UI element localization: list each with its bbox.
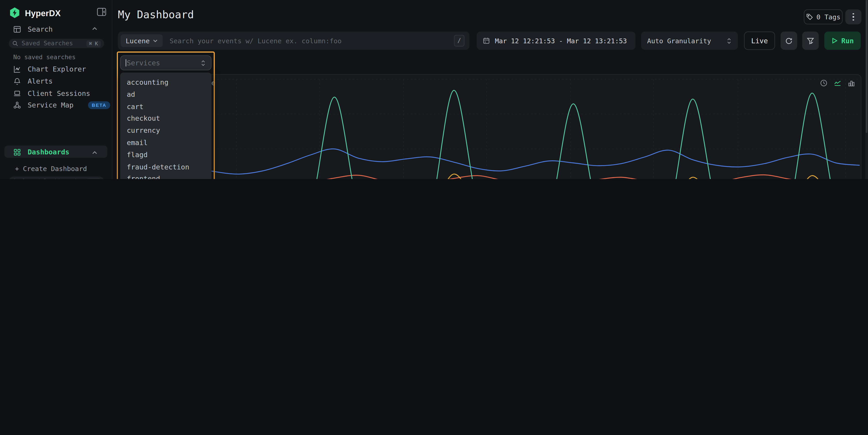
chevron-up-icon[interactable] <box>92 26 97 31</box>
search-icon <box>12 178 18 179</box>
filter-funnel-icon <box>807 37 814 44</box>
sidebar: HyperDX Search Saved Searches ⌘ K No sav… <box>0 0 113 179</box>
sidebar-item-label: Client Sessions <box>28 89 90 97</box>
scrollbar-thumb[interactable] <box>866 0 867 133</box>
search-input[interactable]: Search your events w/ Lucene ex. column:… <box>169 37 454 44</box>
beta-badge: BETA <box>88 101 111 109</box>
lucene-language-select[interactable]: Lucene <box>121 34 163 47</box>
tag-icon <box>806 13 813 21</box>
latency-chart-panel: P95 latency by service 0Mar 12 12:21:00 … <box>122 74 861 179</box>
sidebar-item-label: Alerts <box>28 77 53 85</box>
date-range-picker[interactable]: Mar 12 12:21:53 - Mar 12 13:21:53 <box>476 32 636 50</box>
unfold-icon <box>200 59 206 66</box>
sidebar-item-dashboards-label[interactable]: Dashboards <box>13 148 69 156</box>
search-results-icon <box>13 25 21 33</box>
sidebar-item-service-map[interactable]: Service Map BETA <box>13 101 110 109</box>
granularity-select[interactable]: Auto Granularity <box>641 32 738 50</box>
laptop-icon <box>13 90 21 97</box>
services-select-input[interactable]: Services <box>120 55 212 70</box>
latency-chart[interactable]: 0Mar 12 12:21:00 PM12:29:00 PM12:36:00 P… <box>122 75 862 179</box>
option-checkout[interactable]: checkout <box>120 113 212 125</box>
option-fraud-detection[interactable]: fraud-detection <box>120 161 212 173</box>
option-ad[interactable]: ad <box>120 88 212 100</box>
time-settings-icon[interactable] <box>820 79 828 87</box>
live-button[interactable]: Live <box>744 32 775 50</box>
more-options-button[interactable] <box>845 9 861 24</box>
kebab-icon <box>853 12 854 22</box>
create-dashboard-button[interactable]: + Create Dashboard <box>15 165 87 173</box>
play-icon <box>831 38 837 44</box>
saved-dashboards-placeholder: Saved Dashboards <box>22 178 83 179</box>
page-scrollbar[interactable] <box>865 0 868 179</box>
sidebar-item-alerts[interactable]: Alerts <box>13 77 53 85</box>
logo[interactable]: HyperDX <box>9 7 61 19</box>
services-placeholder: Services <box>127 59 200 67</box>
option-frontend[interactable]: frontend <box>120 173 212 179</box>
app-title: HyperDX <box>25 8 61 17</box>
sidebar-item-label: Chart Explorer <box>28 65 86 73</box>
filter-button[interactable] <box>802 32 819 50</box>
chart-explorer-icon <box>13 65 21 73</box>
search-icon <box>12 40 18 46</box>
sidebar-item-search[interactable]: Search <box>13 25 53 33</box>
option-accounting[interactable]: accounting <box>120 76 212 89</box>
chevron-up-icon[interactable] <box>92 150 97 156</box>
refresh-icon <box>785 37 793 44</box>
chevron-down-icon <box>153 38 158 43</box>
option-flagd[interactable]: flagd <box>120 149 212 161</box>
sidebar-item-label: Search <box>28 25 53 33</box>
tags-button[interactable]: 0 Tags <box>804 9 842 24</box>
sidebar-collapse-icon[interactable] <box>97 8 106 16</box>
bar-chart-toggle-icon[interactable] <box>847 79 855 87</box>
unfold-icon <box>726 37 732 44</box>
option-cart[interactable]: cart <box>120 100 212 113</box>
option-currency[interactable]: currency <box>120 125 212 137</box>
text-caret <box>126 59 126 66</box>
option-email[interactable]: email <box>120 137 212 149</box>
hyperdx-logo-icon <box>9 7 21 19</box>
sidebar-item-chart-explorer[interactable]: Chart Explorer <box>13 65 86 73</box>
services-option-list: accounting ad cart checkout currency ema… <box>120 72 212 179</box>
event-search-bar[interactable]: Lucene Search your events w/ Lucene ex. … <box>118 32 469 50</box>
cmd-k-shortcut: ⌘ K <box>86 40 101 47</box>
bell-icon <box>13 77 21 85</box>
line-chart-toggle-icon[interactable] <box>834 79 841 87</box>
calendar-icon <box>483 37 490 44</box>
cmd-k-shortcut: ⌘ K <box>86 178 101 179</box>
saved-searches-placeholder: Saved Searches <box>22 40 83 47</box>
services-filter-dropdown: Services accounting ad cart checkout cur… <box>117 52 215 179</box>
run-button[interactable]: Run <box>824 32 861 50</box>
refresh-button[interactable] <box>781 32 797 50</box>
slash-shortcut-key: / <box>454 35 465 46</box>
hyperdx-app: HyperDX Search Saved Searches ⌘ K No sav… <box>0 0 868 179</box>
saved-searches-input[interactable]: Saved Searches ⌘ K <box>9 39 104 48</box>
page-title: My Dashboard <box>118 8 194 20</box>
no-saved-searches-note: No saved searches <box>13 54 75 61</box>
saved-dashboards-input[interactable]: Saved Dashboards ⌘ K <box>9 177 104 179</box>
dashboards-grid-icon <box>13 148 21 156</box>
sidebar-item-label: Service Map <box>28 101 73 109</box>
sidebar-item-client-sessions[interactable]: Client Sessions <box>13 89 90 97</box>
service-map-icon <box>13 101 21 109</box>
